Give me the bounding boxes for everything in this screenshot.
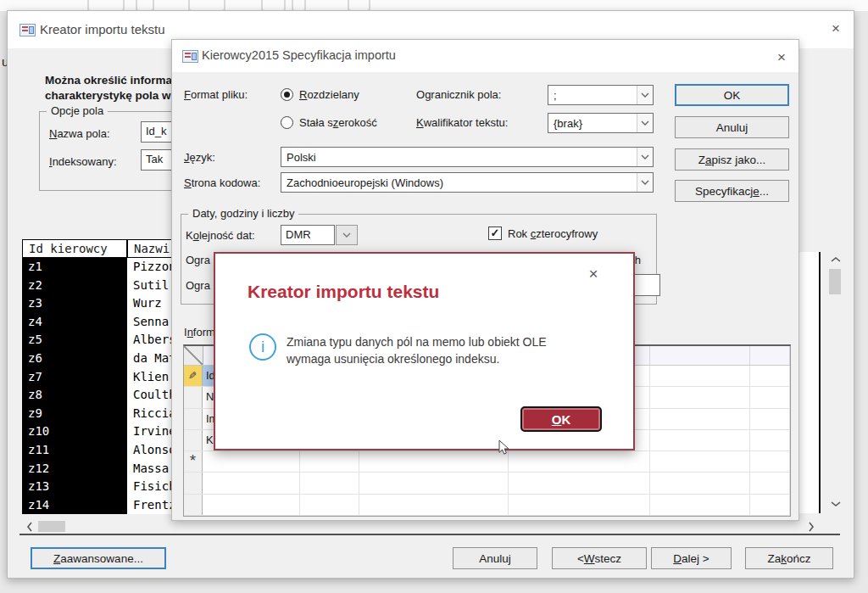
driver-id-cell[interactable]: z4 [22,313,127,332]
grid-cell[interactable] [750,409,790,429]
grid-cell[interactable] [203,495,300,515]
grid-cell[interactable] [750,516,790,517]
grid-cell[interactable] [509,473,650,493]
grid-cell[interactable] [509,495,650,515]
scroll-right-icon[interactable] [804,520,818,534]
grid-cell[interactable] [650,495,750,515]
message-box-title: Kreator importu tekstu [248,282,439,302]
driver-id-cell[interactable]: z6 [22,350,127,368]
grid-cell[interactable] [650,451,750,472]
driver-id-cell[interactable]: z5 [22,331,127,350]
back-button[interactable]: < Wstecz [552,547,647,569]
grid-cell[interactable] [203,473,300,493]
fixed-width-radio[interactable] [281,116,293,129]
screen: u Kreator importu tekstu × Można określi… [0,0,868,593]
chevron-down-icon[interactable] [336,225,358,245]
grid-cell[interactable] [650,366,750,386]
advanced-button[interactable]: Zaawansowane... [31,547,166,569]
row-selector[interactable] [184,430,203,450]
driver-id-cell[interactable]: z12 [22,460,127,478]
grid-cell[interactable] [650,387,750,407]
preview-area-right-edge [798,252,821,513]
grid-cell[interactable] [650,516,750,517]
row-selector[interactable] [184,495,203,515]
driver-id-cell[interactable]: z14 [22,496,127,514]
chevron-down-icon[interactable] [637,148,653,166]
grid-cell[interactable] [750,387,790,407]
row-selector[interactable] [184,409,203,429]
grid-cell[interactable] [359,451,509,472]
row-selector[interactable] [184,387,203,407]
chevron-down-icon[interactable] [637,173,653,192]
language-combo[interactable]: Polski [281,147,654,167]
specifications-button[interactable]: Specyfikacje... [675,180,789,202]
driver-id-cell[interactable]: z13 [22,478,127,496]
column-header-id[interactable]: Id kierowcy [22,239,127,258]
close-icon[interactable]: × [825,18,847,40]
cancel-button[interactable]: Anuluj [453,547,537,569]
date-order-value[interactable]: DMR [281,225,335,245]
grid-cell[interactable] [650,409,750,429]
ok-button[interactable]: OK [675,84,789,106]
chevron-down-icon[interactable] [637,114,653,132]
grid-cell[interactable] [300,495,359,515]
driver-id-cell[interactable]: z10 [22,422,127,441]
language-label: Język: [184,151,215,164]
grid-cell[interactable] [750,495,790,515]
chevron-down-icon[interactable] [637,86,653,104]
scroll-left-icon[interactable] [23,520,36,534]
row-selector[interactable]: * [184,451,203,472]
message-line-1: Zmiana typu danych pól na memo lub obiek… [287,335,547,349]
save-as-button[interactable]: Zapisz jako... [675,148,789,171]
grid-cell[interactable] [359,473,509,493]
driver-id-cell[interactable]: z1 [22,258,127,277]
field-delimiter-combo[interactable]: ; [548,85,654,105]
spec-title: Kierowcy2015 Specyfikacja importu [202,48,396,62]
row-selector[interactable] [184,516,203,517]
file-format-label: Format pliku: [184,88,248,101]
vertical-scrollbar-thumb[interactable] [829,269,841,294]
grid-cell[interactable] [300,473,359,493]
grid-column-header[interactable] [650,346,750,365]
driver-id-cell[interactable]: z9 [22,405,127,423]
scroll-down-icon[interactable] [829,498,843,510]
grid-column-header[interactable] [750,346,790,365]
grid-cell[interactable] [509,451,650,472]
grid-cell[interactable] [750,473,790,493]
scroll-up-icon[interactable] [829,254,843,266]
driver-id-cell[interactable]: z2 [22,277,127,295]
grid-cell[interactable] [359,516,509,517]
grid-cell[interactable] [750,451,790,472]
four-digit-year-label[interactable]: Rok czterocyfrowy [508,227,598,240]
driver-id-cell[interactable]: z11 [22,441,127,460]
code-page-combo[interactable]: Zachodnioeuropejski (Windows) [281,172,654,193]
grid-cell[interactable] [203,516,300,517]
driver-id-cell[interactable]: z3 [22,294,127,313]
close-icon[interactable]: × [771,47,793,69]
grid-cell[interactable] [650,473,750,493]
next-button[interactable]: Dalej > [651,547,732,569]
horizontal-scrollbar-thumb[interactable] [38,521,65,532]
fixed-width-radio-label[interactable]: Stała szerokość [299,116,377,129]
ok-button[interactable]: OK [520,406,602,432]
grid-cell[interactable] [300,451,359,472]
grid-cell[interactable] [509,516,650,517]
finish-button[interactable]: Zakończ [745,547,833,569]
delimited-radio-label[interactable]: Rozdzielany [299,88,359,101]
grid-cell[interactable] [650,430,750,450]
row-selector[interactable] [184,473,203,493]
text-qualifier-combo[interactable]: {brak} [548,113,654,133]
grid-cell[interactable] [750,430,790,450]
cancel-button[interactable]: Anuluj [675,116,789,138]
delimited-radio[interactable] [281,88,293,101]
grid-cell[interactable] [203,451,300,472]
close-icon[interactable]: × [582,263,604,285]
four-digit-year-checkbox[interactable]: ✓ [488,227,502,240]
grid-cell[interactable] [359,495,509,515]
row-selector[interactable]: ✎ [184,366,203,386]
grid-cell[interactable] [750,366,790,386]
driver-id-cell[interactable]: z8 [22,386,127,405]
grid-cell[interactable] [300,516,359,517]
driver-id-cell[interactable]: z7 [22,368,127,387]
grid-corner-cell[interactable] [184,346,203,365]
